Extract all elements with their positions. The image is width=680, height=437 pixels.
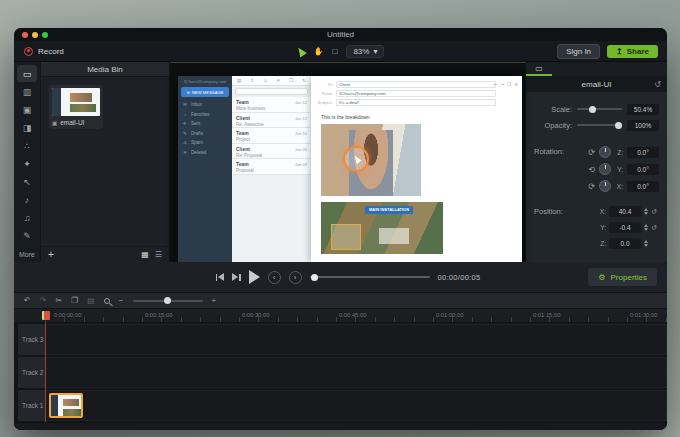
mock-nav-favorites: ☆Favorites [178,110,232,120]
sidebar-item-transitions[interactable]: ◨ [17,119,37,136]
position-z-row: Z: 0.0 [578,237,659,250]
rotation-label: Rotation: [534,145,578,193]
rotation-z-value[interactable]: 0.0° [627,147,659,158]
redo-icon[interactable]: ↷ [40,296,47,305]
position-y-row: Y: -0.4 ↺ [578,221,659,234]
opacity-slider-knob[interactable] [615,122,622,129]
opacity-value[interactable]: 100% [627,120,659,131]
crop-icon[interactable]: □ [333,47,338,56]
rotation-y-value[interactable]: 0.0° [627,164,659,175]
sidebar-item-visual-effects[interactable]: ✎ [17,227,37,244]
position-x-value[interactable]: 40.4 [609,206,641,217]
track-3-header[interactable]: Track 3 [18,324,46,355]
scrubber-handle[interactable] [311,274,318,281]
sidebar-item-voice-narration[interactable]: ♪ [17,191,37,208]
rotation-y-row: ⟲ Y: 0.0° [578,162,659,176]
properties-panel: ▭ email-UI ↺ Scale: 50.4% Opacity: 10 [526,62,667,262]
playhead-marker[interactable] [42,311,50,320]
track-3-lane[interactable] [46,324,667,355]
list-view-icon[interactable]: ☰ [155,250,162,259]
mock-nav-spam: ⚠Spam [178,138,232,148]
undo-icon[interactable]: ↶ [24,296,31,305]
play-button[interactable] [249,270,260,284]
position-y-reset-icon[interactable]: ↺ [651,224,659,232]
rotation-x-value[interactable]: 0.0° [627,181,659,192]
jump-forward-button[interactable]: › [289,271,302,284]
sidebar-item-behaviors[interactable]: ∴ [17,137,37,154]
scale-row: Scale: 50.4% [534,101,659,117]
grid-view-icon[interactable]: ▦ [141,250,149,259]
sidebar-item-animations[interactable]: ✦ [17,155,37,172]
magnifier-icon[interactable] [104,298,110,304]
trash-icon: ✕ [183,150,188,155]
mock-subject-field: It's a deal! [336,99,496,106]
step-forward-button[interactable] [232,273,241,281]
sidebar-item-annotations[interactable]: ▣ [17,101,37,118]
canvas-tools: ✋ □ 83% ▾ [14,45,667,58]
add-media-button[interactable]: + [48,249,54,260]
scale-slider-knob[interactable] [589,106,596,113]
media-bin-panel: Media Bin ▣ email-UI + ▦ ☰ [40,62,170,262]
playhead-line[interactable] [45,322,46,422]
pen-icon: ✎ [23,231,31,241]
timeline-zoom-slider[interactable] [133,300,203,302]
track-1-lane[interactable] [46,390,667,421]
more-tools-button[interactable]: More [19,251,35,262]
rotation-y-dial[interactable] [599,163,611,175]
position-x-stepper[interactable] [644,208,648,215]
rotation-x-dial[interactable] [599,180,611,192]
timeline-zoom-in-button[interactable]: + [212,296,217,305]
rotation-z-row: ⟳ Z: 0.0° [578,145,659,159]
contact-icon: ☺ [263,78,268,83]
mock-mail-sidebar: 3Chairs@company.com ✉ NEW MESSAGE ✉Inbox… [178,76,232,262]
previous-frame-button[interactable] [216,273,225,281]
canvas-zoom-value: 83% [353,47,369,56]
rotation-z-dial[interactable] [599,146,611,158]
copy-icon[interactable]: ❐ [71,296,78,305]
position-y-value[interactable]: -0.4 [609,222,641,233]
animations-icon: ✦ [23,159,31,169]
cut-icon[interactable]: ✂ [55,296,62,305]
timeline-zoom-knob[interactable] [164,297,171,304]
mock-compose-pane: To:Client From:3Chairs@company.com Subje… [311,76,522,262]
media-item[interactable]: ▣ email-UI [49,85,103,129]
timeline-clip-email-ui[interactable] [49,393,83,418]
scale-value[interactable]: 50.4% [627,104,659,115]
mock-account-email: 3Chairs@company.com [178,76,232,86]
timeline-ruler[interactable]: 0:00:00;00 0:00:15;00 0:00:30;00 0:00:45… [14,308,667,322]
track-row: Track 3 [18,324,667,355]
track-2-lane[interactable] [46,357,667,388]
archive-icon: ▤ [237,78,241,83]
sidebar-item-cursor-effects[interactable]: ↖ [17,173,37,190]
mock-search-input [235,88,308,95]
track-1-header[interactable]: Track 1 [18,390,46,421]
position-x-reset-icon[interactable]: ↺ [651,208,659,216]
annotations-icon: ▣ [23,105,32,115]
properties-toggle-button[interactable]: ⚙ Properties [588,268,657,286]
tab-visual-properties[interactable]: ▭ [526,62,552,76]
position-z-stepper[interactable] [644,240,648,247]
paste-icon[interactable]: ▤ [87,296,95,305]
timeline-toolbar: ↶ ↷ ✂ ❐ ▤ − + [14,292,667,308]
mock-message-row: ClientRe: ProposalJan 09 [232,144,311,160]
position-block: Position: X: 40.4 ↺ Y: -0.4 [534,205,659,250]
canvas-zoom-select[interactable]: 83% ▾ [346,45,384,58]
draft-icon: ✎ [183,131,188,136]
timeline-zoom-out-button[interactable]: − [119,296,124,305]
preview-scrubber[interactable] [310,276,430,278]
opacity-slider[interactable] [577,124,622,126]
reset-all-icon[interactable]: ↺ [654,80,661,89]
tools-sidebar: ▭ ▥ ▣ ◨ ∴ ✦ ↖ ♪ ♫ ✎ More [14,62,40,262]
sidebar-item-audio-effects[interactable]: ♫ [17,209,37,226]
scale-slider[interactable] [577,108,622,110]
edit-cursor-icon[interactable] [295,45,307,57]
stage-media-email-ui[interactable]: 3Chairs@company.com ✉ NEW MESSAGE ✉Inbox… [178,76,522,262]
position-y-stepper[interactable] [644,224,648,231]
sidebar-item-media[interactable]: ▭ [17,65,37,82]
position-z-value[interactable]: 0.0 [609,238,641,249]
jump-back-button[interactable]: ‹ [268,271,281,284]
timeline-scrollbar[interactable] [14,422,667,430]
pan-hand-icon[interactable]: ✋ [314,47,324,56]
sidebar-item-library[interactable]: ▥ [17,83,37,100]
track-2-header[interactable]: Track 2 [18,357,46,388]
